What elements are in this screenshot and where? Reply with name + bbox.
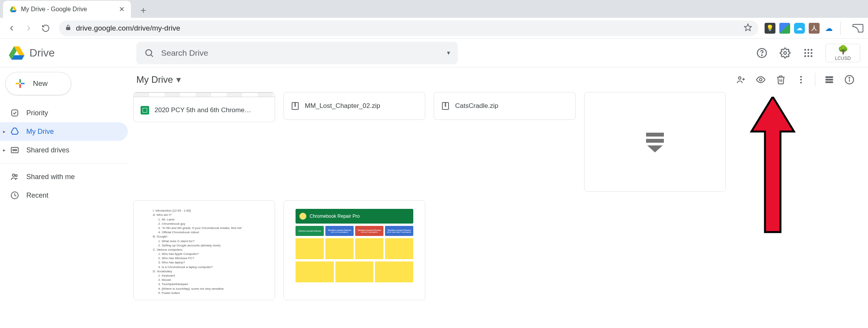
svg-point-33	[800, 79, 802, 80]
tab-title: My Drive - Google Drive	[21, 6, 115, 13]
extension-icon[interactable]: ☁	[823, 23, 834, 34]
browser-toolbar: drive.google.com/drive/my-drive 💡 ☁ 人 ☁	[0, 18, 868, 39]
extension-icon[interactable]: 人	[809, 23, 820, 34]
new-button[interactable]: New	[5, 72, 71, 95]
file-card[interactable]: I. Introduction [12:45 - 1:00]A. Who am …	[133, 200, 275, 300]
svg-rect-36	[825, 79, 833, 80]
zip-icon	[291, 102, 299, 110]
separator	[840, 22, 841, 35]
org-label: LCUSD	[835, 56, 851, 61]
svg-point-20	[811, 55, 813, 57]
expand-icon[interactable]: ▸	[3, 129, 5, 134]
bookmark-star-icon[interactable]	[744, 23, 752, 33]
svg-rect-35	[825, 76, 833, 78]
svg-point-7	[146, 50, 151, 55]
extension-icon[interactable]: 💡	[765, 23, 775, 34]
sidebar-item-mydrive[interactable]: ▸ My Drive	[0, 122, 128, 141]
svg-point-40	[849, 77, 850, 78]
sidebar-item-priority[interactable]: Priority	[0, 104, 128, 122]
sidebar-item-label: Shared drives	[26, 146, 69, 154]
search-options-icon[interactable]: ▾	[447, 49, 450, 56]
svg-line-8	[151, 55, 153, 57]
org-account-chip[interactable]: 🌳 LCUSD	[825, 44, 860, 62]
zip-large-icon	[646, 132, 664, 152]
new-tab-button[interactable]: ＋	[136, 2, 151, 18]
sidebar-item-label: Shared with me	[26, 173, 75, 181]
svg-point-31	[760, 79, 762, 81]
plus-icon	[14, 77, 27, 90]
new-button-label: New	[33, 79, 48, 88]
zip-icon	[441, 102, 450, 110]
svg-point-32	[800, 76, 802, 77]
file-name: MM_Lost_Chapter_02.zip	[305, 102, 380, 110]
svg-point-13	[808, 49, 810, 51]
svg-point-23	[13, 149, 14, 151]
svg-point-25	[12, 174, 15, 176]
browser-tabstrip: My Drive - Google Drive ✕ ＋	[0, 0, 868, 18]
file-preview	[134, 92, 275, 97]
file-card[interactable]: Chromebook Repair Pro District-owned Dev…	[284, 200, 425, 300]
svg-point-12	[804, 49, 806, 51]
search-placeholder: Search Drive	[161, 48, 440, 58]
address-bar[interactable]: drive.google.com/drive/my-drive	[59, 20, 758, 36]
mydrive-icon	[10, 127, 19, 136]
main-panel: My Drive ▾ 2020 PCY 5th and 6th Chrome…	[128, 67, 868, 328]
preview-button[interactable]	[751, 70, 771, 90]
support-button[interactable]	[753, 44, 771, 62]
file-card[interactable]: MM_Lost_Chapter_02.zip	[284, 92, 425, 120]
separator	[815, 73, 815, 87]
sidebar-item-label: Priority	[26, 109, 48, 117]
svg-point-11	[784, 51, 787, 54]
chevron-down-icon: ▾	[176, 74, 181, 85]
forward-button[interactable]	[22, 21, 36, 35]
slides-title: Chromebook Repair Pro	[309, 214, 359, 219]
doc-preview: I. Introduction [12:45 - 1:00]A. Who am …	[143, 205, 265, 296]
view-toggle-button[interactable]	[819, 70, 839, 90]
content-toolbar: My Drive ▾	[128, 67, 868, 92]
svg-point-14	[811, 49, 813, 51]
sheets-icon	[141, 106, 149, 114]
file-grid: 2020 PCY 5th and 6th Chrome… MM_Lost_Cha…	[128, 92, 868, 328]
share-button[interactable]	[730, 70, 751, 90]
recent-icon	[10, 191, 19, 200]
settings-button[interactable]	[776, 44, 794, 62]
svg-marker-3	[744, 24, 751, 30]
cast-icon[interactable]	[853, 24, 863, 32]
reload-button[interactable]	[39, 21, 53, 35]
breadcrumb[interactable]: My Drive ▾	[136, 74, 181, 85]
svg-point-19	[808, 55, 810, 57]
extension-icon[interactable]	[779, 23, 790, 34]
svg-point-16	[808, 52, 810, 54]
sidebar-item-label: My Drive	[26, 128, 54, 136]
details-button[interactable]	[839, 70, 859, 90]
file-card[interactable]	[584, 92, 726, 192]
sidebar: New Priority ▸ My Drive ▸ Shared drives …	[0, 67, 128, 328]
back-button[interactable]	[5, 21, 19, 35]
file-name: CatsCradle.zip	[455, 102, 498, 110]
drive-header: Drive Search Drive ▾ 🌳 LCUSD	[0, 39, 868, 67]
breadcrumb-label: My Drive	[136, 74, 173, 85]
sidebar-item-label: Recent	[26, 191, 48, 200]
file-card[interactable]: CatsCradle.zip	[434, 92, 576, 120]
drive-logo[interactable]: Drive	[8, 44, 132, 62]
sidebar-item-shared-with-me[interactable]: Shared with me	[0, 167, 128, 186]
browser-tab[interactable]: My Drive - Google Drive ✕	[3, 1, 131, 18]
sidebar-item-shared-drives[interactable]: ▸ Shared drives	[0, 141, 128, 159]
sidebar-item-recent[interactable]: Recent	[0, 186, 128, 205]
search-input[interactable]: Search Drive ▾	[136, 42, 458, 64]
priority-icon	[10, 108, 19, 118]
svg-point-15	[804, 52, 806, 54]
expand-icon[interactable]: ▸	[3, 147, 5, 153]
more-actions-button[interactable]	[791, 70, 811, 90]
file-card[interactable]: 2020 PCY 5th and 6th Chrome…	[133, 92, 275, 122]
apps-launcher-button[interactable]	[799, 44, 818, 62]
drive-favicon	[9, 5, 17, 13]
svg-point-17	[811, 52, 813, 54]
svg-point-18	[804, 55, 806, 57]
trash-button[interactable]	[771, 70, 791, 90]
svg-point-26	[15, 175, 17, 177]
extension-icon[interactable]: ☁	[794, 23, 805, 34]
shared-drives-icon	[10, 145, 19, 155]
svg-point-28	[739, 77, 741, 79]
close-tab-icon[interactable]: ✕	[119, 5, 125, 14]
